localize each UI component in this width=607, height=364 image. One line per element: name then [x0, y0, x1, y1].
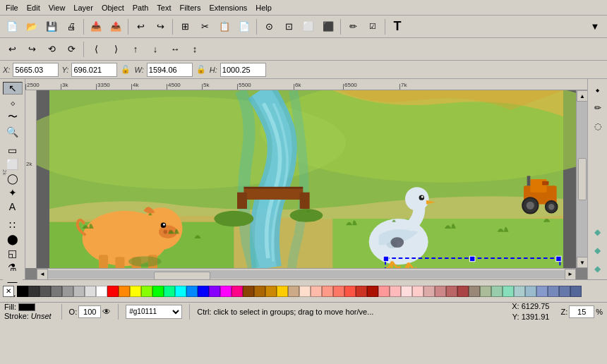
menu-layer[interactable]: Layer — [69, 2, 97, 13]
y-input[interactable] — [71, 63, 117, 77]
scroll-track-v[interactable] — [577, 102, 587, 257]
color-swatch[interactable] — [17, 286, 28, 297]
color-swatch[interactable] — [141, 286, 152, 297]
color-swatch[interactable] — [491, 286, 503, 297]
color-swatch[interactable] — [96, 286, 107, 297]
color-swatch[interactable] — [85, 286, 96, 297]
color-swatch[interactable] — [503, 286, 514, 297]
align-right-btn[interactable]: ↑ — [126, 40, 145, 59]
color-swatch[interactable] — [311, 286, 322, 297]
edit-snap-btn[interactable]: ✏ — [590, 100, 606, 116]
color-swatch[interactable] — [378, 286, 390, 297]
color-swatch[interactable] — [198, 286, 209, 297]
redo-btn[interactable]: ↪ — [151, 18, 169, 36]
gradient-tool[interactable]: ◱ — [3, 247, 23, 260]
zoom-input[interactable] — [569, 305, 594, 318]
rotate-ccw-btn[interactable]: ⟲ — [42, 40, 61, 59]
menu-object[interactable]: Object — [97, 2, 128, 13]
circle-snap-btn[interactable]: ◌ — [590, 119, 606, 134]
flip-h-btn[interactable]: ↩ — [3, 40, 21, 59]
color-swatch[interactable] — [243, 286, 254, 297]
color-swatch[interactable] — [525, 286, 536, 297]
snap-btn[interactable]: ⬥ — [590, 82, 606, 97]
menu-extensions[interactable]: Extensions — [205, 2, 251, 13]
color-swatch[interactable] — [186, 286, 198, 297]
copy-btn[interactable]: 📋 — [215, 18, 234, 36]
color-swatch[interactable] — [536, 286, 548, 297]
zoom-sel-btn[interactable]: ⬛ — [319, 18, 337, 36]
color3-btn[interactable]: ◆ — [590, 261, 606, 277]
no-paint-btn[interactable]: ✕ — [3, 286, 14, 297]
star-tool[interactable]: ✦ — [3, 186, 23, 199]
align-center-v-btn[interactable]: ↔ — [166, 40, 184, 59]
color-swatch[interactable] — [548, 286, 559, 297]
color-swatch[interactable] — [390, 286, 401, 297]
zoom-tool[interactable]: 🔍 — [3, 126, 23, 138]
align-center-h-btn[interactable]: ⟩ — [107, 40, 125, 59]
text-tool[interactable]: A — [3, 200, 23, 213]
align-bottom-btn[interactable]: ↕ — [186, 40, 204, 59]
menu-help[interactable]: Help — [251, 2, 276, 13]
color-swatch[interactable] — [423, 286, 435, 297]
scroll-left-btn[interactable]: ◄ — [37, 269, 48, 280]
scroll-thumb-v[interactable] — [578, 158, 587, 200]
color-swatch[interactable] — [435, 286, 446, 297]
color1-btn[interactable]: ◆ — [590, 224, 606, 240]
scroll-down-btn[interactable]: ▼ — [577, 257, 587, 268]
select-tool[interactable]: ↖ — [3, 82, 23, 95]
color-swatch[interactable] — [107, 286, 119, 297]
color-swatch[interactable] — [277, 286, 288, 297]
align-top-btn[interactable]: ↓ — [146, 40, 164, 59]
color-swatch[interactable] — [514, 286, 525, 297]
print-btn[interactable]: 🖨 — [62, 18, 80, 36]
color-swatch[interactable] — [446, 286, 457, 297]
color-swatch[interactable] — [559, 286, 570, 297]
align-left-btn[interactable]: ⟨ — [87, 40, 105, 59]
menu-edit[interactable]: Edit — [23, 2, 44, 13]
color-swatch[interactable] — [209, 286, 220, 297]
color-swatch[interactable] — [480, 286, 491, 297]
menu-path[interactable]: Path — [128, 2, 153, 13]
scroll-right-btn[interactable]: ► — [565, 269, 576, 280]
color-swatch[interactable] — [51, 286, 62, 297]
color-swatch[interactable] — [62, 286, 73, 297]
lock2-icon[interactable]: 🔓 — [196, 64, 207, 75]
color-swatch[interactable] — [322, 286, 333, 297]
new-btn[interactable]: 📄 — [3, 18, 21, 36]
fill-tool[interactable]: ⬤ — [3, 233, 23, 245]
import-btn[interactable]: 📥 — [87, 18, 105, 36]
undo-btn[interactable]: ↩ — [131, 18, 150, 36]
color-swatch[interactable] — [130, 286, 141, 297]
color-swatch[interactable] — [232, 286, 243, 297]
canvas-area[interactable] — [37, 90, 576, 268]
color-swatch[interactable] — [175, 286, 186, 297]
tweak-tool[interactable]: 〜 — [3, 110, 23, 124]
zoom-fit-btn[interactable]: ⊡ — [280, 18, 298, 36]
menu-text[interactable]: Text — [152, 2, 175, 13]
color-swatch[interactable] — [356, 286, 367, 297]
cut-btn[interactable]: ✂ — [196, 18, 214, 36]
zoom-orig-btn[interactable]: ⊙ — [260, 18, 278, 36]
dropper-tool[interactable]: ⚗ — [3, 261, 23, 274]
color-swatch[interactable] — [164, 286, 175, 297]
scroll-thumb-h[interactable] — [154, 272, 210, 280]
rect-tool[interactable]: ▭ — [3, 144, 23, 157]
color-swatch[interactable] — [254, 286, 265, 297]
paste-btn[interactable]: 📄 — [235, 18, 253, 36]
node-edit-btn[interactable]: ✏ — [344, 18, 362, 36]
menu-file[interactable]: File — [1, 2, 23, 13]
scrollbar-vertical[interactable]: ▲ ▼ — [576, 90, 587, 268]
lock-icon[interactable]: 🔓 — [120, 64, 131, 75]
color-swatch[interactable] — [457, 286, 469, 297]
text-tool-btn[interactable]: T — [388, 18, 407, 36]
w-input[interactable] — [147, 63, 193, 77]
h-input[interactable] — [220, 63, 266, 77]
menu-filters[interactable]: Filters — [176, 2, 205, 13]
zoom-draw-btn[interactable]: ⬜ — [299, 18, 318, 36]
color-swatch[interactable] — [28, 286, 40, 297]
color-swatch[interactable] — [570, 286, 582, 297]
color-swatch[interactable] — [119, 286, 130, 297]
copy-stamp-btn[interactable]: ⊞ — [176, 18, 194, 36]
opacity-icon[interactable]: 👁 — [102, 307, 111, 317]
scroll-track-h[interactable] — [48, 270, 565, 279]
